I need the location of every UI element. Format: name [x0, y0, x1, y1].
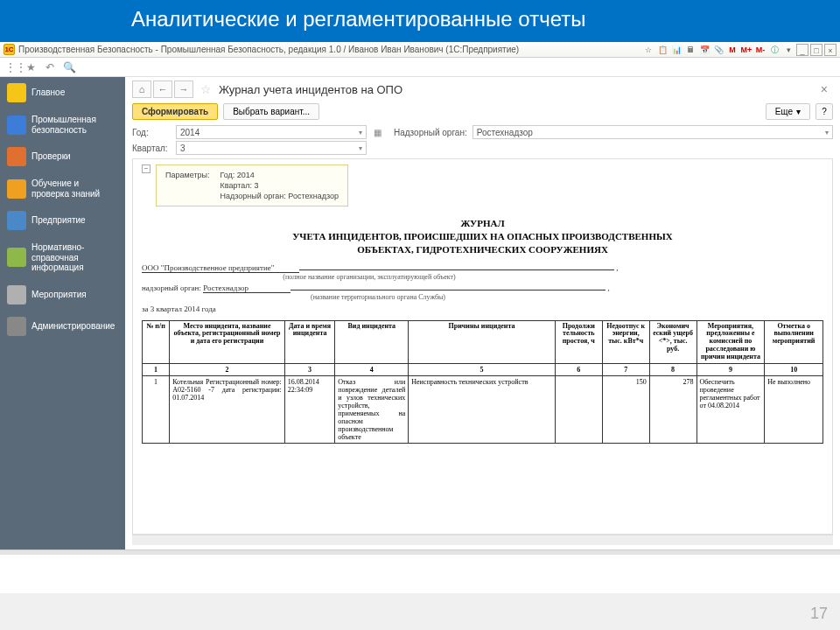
page-number: 17 [810, 605, 828, 623]
close-tab-button[interactable]: × [816, 82, 833, 96]
sidebar-item-main[interactable]: Главное [0, 77, 125, 108]
tb-drop-icon[interactable]: ▾ [782, 44, 794, 56]
horizontal-scrollbar[interactable] [132, 535, 833, 545]
choose-variant-button[interactable]: Выбрать вариант... [223, 103, 319, 120]
chevron-down-icon: ▾ [359, 144, 362, 152]
search-icon[interactable]: 🔍 [63, 61, 75, 74]
sidebar-label: Нормативно-справочная информация [32, 242, 118, 273]
table-header-row: № п/п Место инцидента, название объекта,… [143, 320, 823, 363]
sidebar-item-training[interactable]: Обучение и проверка знаний [0, 172, 125, 205]
collapse-icon[interactable]: − [142, 164, 150, 173]
page-title: Журнал учета инцидентов на ОПО [219, 83, 402, 96]
sidebar-item-admin[interactable]: Администрирование [0, 311, 125, 342]
report-title: ЖУРНАЛ УЧЕТА ИНЦИДЕНТОВ, ПРОИСШЕДШИХ НА … [142, 217, 823, 256]
books-icon [7, 248, 26, 267]
table-number-row: 12345678910 [143, 363, 823, 375]
report-authority: надзорный орган: Ростехнадзор , (названи… [142, 284, 823, 301]
sidebar-item-industrial-safety[interactable]: Промышленная безопасность [0, 108, 125, 141]
nav-home-button[interactable]: ⌂ [132, 80, 151, 98]
sidebar-label: Промышленная безопасность [32, 115, 118, 135]
history-icon[interactable]: ↶ [44, 61, 56, 74]
minimize-button[interactable]: _ [796, 44, 808, 56]
authority-label: Надзорный орган: [394, 128, 467, 137]
sidebar-label: Предприятие [32, 215, 86, 226]
titlebar-icons: ☆ 📋 📊 🖩 📅 📎 M M+ M- ⓘ ▾ _ □ × [642, 44, 836, 56]
sidebar-item-enterprise[interactable]: Предприятие [0, 205, 125, 236]
slide-title: Аналитические и регламентированные отчет… [0, 0, 840, 42]
tb-chart-icon[interactable]: 📊 [670, 44, 682, 56]
tb-attach-icon[interactable]: 📎 [712, 44, 724, 56]
sidebar: Главное Промышленная безопасность Провер… [0, 77, 125, 550]
factory-icon [7, 116, 26, 135]
sidebar-item-reference[interactable]: Нормативно-справочная информация [0, 236, 125, 279]
flow-icon [7, 285, 26, 304]
sidebar-label: Мероприятия [32, 290, 87, 300]
quarter-label: Квартал: [132, 144, 176, 153]
report-table: № п/п Место инцидента, название объекта,… [142, 320, 823, 444]
slide-footer [0, 555, 840, 593]
calendar-icon[interactable]: ▦ [374, 128, 382, 137]
parameters-box: Параметры:Год: 2014 Квартал: 3 Надзорный… [156, 164, 348, 206]
maximize-button[interactable]: □ [810, 44, 822, 56]
gear-icon [7, 317, 26, 336]
favorite-icon[interactable]: ★ [24, 61, 37, 74]
tb-info-icon[interactable]: ⓘ [768, 44, 780, 56]
check-icon [7, 147, 26, 166]
building-icon [7, 211, 26, 230]
report-org: ООО "Производственное предприятие" , (по… [142, 263, 823, 281]
report-viewer[interactable]: − Параметры:Год: 2014 Квартал: 3 Надзорн… [132, 158, 833, 535]
tb-m-icon[interactable]: M [726, 44, 738, 56]
year-input[interactable]: 2014▾ [176, 125, 367, 139]
chevron-down-icon: ▾ [825, 129, 829, 136]
home-icon [7, 83, 26, 102]
table-row: 1 Котельная Регистрационный номер: А02-5… [143, 375, 823, 443]
content-area: ⌂ ← → ☆ Журнал учета инцидентов на ОПО ×… [125, 77, 840, 550]
apps-icon[interactable]: ⋮⋮ [5, 61, 18, 74]
sidebar-label: Проверки [32, 151, 71, 162]
sidebar-item-checks[interactable]: Проверки [0, 141, 125, 172]
sidebar-item-events[interactable]: Мероприятия [0, 279, 125, 311]
chevron-down-icon: ▾ [359, 129, 362, 136]
tb-mplus-icon[interactable]: M+ [740, 44, 752, 56]
close-button[interactable]: × [824, 44, 836, 56]
tb-star-icon[interactable]: ☆ [642, 44, 654, 56]
tb-clip-icon[interactable]: 📋 [656, 44, 668, 56]
year-label: Год: [132, 128, 176, 137]
tb-calc-icon[interactable]: 🖩 [684, 44, 696, 56]
main-toolbar: ⋮⋮ ★ ↶ 🔍 [0, 58, 840, 77]
quarter-input[interactable]: 3▾ [176, 141, 367, 155]
report-period: за 3 квартал 2014 года [142, 304, 823, 313]
tb-cal-icon[interactable]: 📅 [698, 44, 710, 56]
sidebar-label: Главное [32, 88, 65, 98]
app-window: 1C Производственная Безопасность - Промы… [0, 42, 840, 555]
nav-back-button[interactable]: ← [153, 80, 172, 98]
book-icon [7, 179, 26, 199]
tb-mminus-icon[interactable]: M- [754, 44, 766, 56]
nav-forward-button[interactable]: → [174, 80, 193, 98]
window-title: Производственная Безопасность - Промышле… [18, 45, 642, 54]
app-logo-icon: 1C [4, 44, 15, 55]
chevron-down-icon: ▾ [796, 107, 801, 116]
generate-button[interactable]: Сформировать [132, 103, 218, 120]
titlebar: 1C Производственная Безопасность - Промы… [0, 42, 840, 58]
favorite-star-icon[interactable]: ☆ [200, 82, 212, 96]
sidebar-label: Администрирование [32, 321, 115, 332]
authority-input[interactable]: Ростехнадзор▾ [472, 125, 833, 139]
more-button[interactable]: Еще ▾ [766, 103, 810, 120]
help-button[interactable]: ? [816, 103, 833, 120]
sidebar-label: Обучение и проверка знаний [32, 178, 118, 199]
